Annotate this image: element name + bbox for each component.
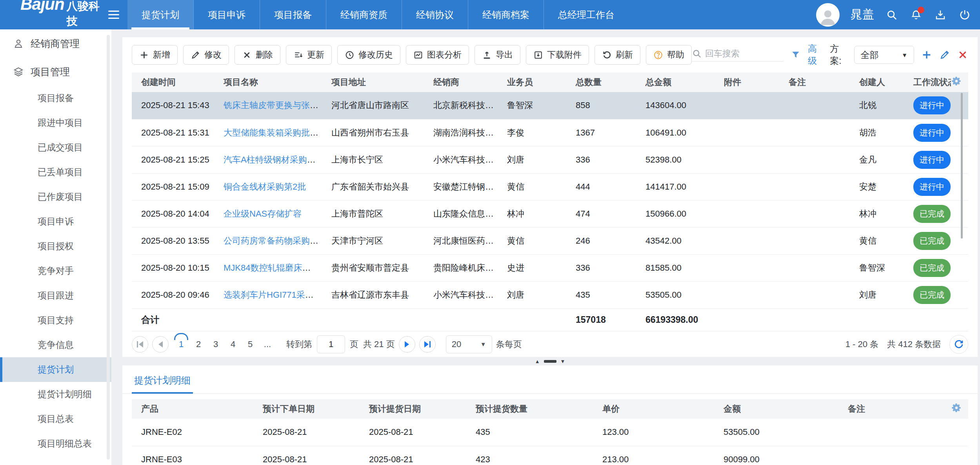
chart-icon	[413, 50, 423, 60]
sidebar-item[interactable]: 已丢单项目	[0, 160, 111, 185]
table-row[interactable]: 2025-08-20 09:46 选装刹车片HGI771采购第... 吉林省辽源…	[132, 281, 968, 308]
sidebar-item[interactable]: 项目申诉	[0, 209, 111, 234]
logout-power-icon[interactable]	[958, 8, 971, 22]
table-scrollbar[interactable]	[961, 93, 963, 239]
toolbar-button-label: 下载附件	[547, 49, 582, 61]
project-name-link[interactable]: MJK84数控轧辊磨床采购...	[224, 263, 322, 273]
page-number[interactable]: ...	[259, 337, 276, 352]
toolbar-button[interactable]: 导出	[475, 45, 520, 65]
goto-page-input[interactable]	[317, 335, 345, 353]
nav-tab[interactable]: 项目报备	[260, 0, 326, 29]
cell-address: 贵州省安顺市普定县	[322, 254, 424, 281]
toolbar-button[interactable]: 刷新	[595, 45, 640, 65]
download-center-icon[interactable]	[934, 8, 947, 22]
toolbar-button[interactable]: 更新	[286, 45, 332, 65]
advanced-search-link[interactable]: 高级	[808, 43, 823, 67]
sidebar-item[interactable]: 项目管理	[0, 58, 111, 86]
nav-tab[interactable]: 项目申诉	[193, 0, 260, 29]
delete-scheme-icon[interactable]	[957, 49, 968, 60]
sidebar-item[interactable]: 经销商管理	[0, 29, 111, 58]
detail-row[interactable]: JRNE-E02 2025-08-21 2025-08-21 435 123.0…	[132, 419, 968, 446]
sidebar-item[interactable]: 竞争对手	[0, 259, 111, 283]
table-row[interactable]: 2025-08-20 14:04 企业级NAS存储扩容 上海市普陀区 山东隆众信…	[132, 200, 968, 227]
project-name-link[interactable]: 汽车A柱特级钢材采购第1批	[224, 155, 322, 165]
menu-toggle-icon[interactable]	[100, 0, 127, 29]
toolbar-button[interactable]: 删除	[235, 45, 280, 65]
sidebar-item-label: 项目管理	[31, 65, 70, 78]
sidebar-item-label: 已丢单项目	[38, 166, 83, 178]
scheme-select[interactable]: 全部 ▼	[854, 46, 914, 64]
edit-scheme-icon[interactable]	[939, 49, 950, 60]
sidebar-item[interactable]: 项目跟进	[0, 283, 111, 308]
table-row[interactable]: 2025-08-21 15:43 铣床主轴皮带更换与张力... 河北省唐山市路南…	[132, 92, 968, 119]
toolbar-button[interactable]: 修改历史	[337, 45, 400, 65]
cell-attachment	[715, 119, 779, 146]
add-scheme-icon[interactable]	[921, 49, 932, 60]
cell-total-amount: 53505.00	[636, 281, 715, 308]
nav-tab[interactable]: 经销商资质	[326, 0, 402, 29]
sidebar-item[interactable]: 已作废项目	[0, 185, 111, 209]
splitter-drag-handle[interactable]	[544, 360, 556, 363]
user-avatar[interactable]	[816, 3, 840, 27]
grid-search	[692, 49, 784, 62]
project-name-link[interactable]: 选装刹车片HGI771采购第...	[224, 290, 322, 300]
toolbar-button[interactable]: 修改	[183, 45, 229, 65]
column-settings-gear-icon[interactable]	[951, 72, 968, 92]
sidebar-item[interactable]: 项目明细总表	[0, 431, 111, 456]
prev-page-button[interactable]	[152, 336, 169, 353]
nav-tab[interactable]: 经销商档案	[468, 0, 544, 29]
first-page-button[interactable]	[132, 336, 148, 353]
table-row[interactable]: 2025-08-21 15:31 大型储能集装箱采购批1批 山西省朔州市右玉县 …	[132, 119, 968, 146]
page-number[interactable]: 4	[224, 337, 242, 352]
user-name[interactable]: 晁盖	[851, 7, 874, 23]
toolbar-button[interactable]: 图表分析	[406, 45, 469, 65]
sidebar-item[interactable]: 竞争信息	[0, 333, 111, 357]
app-logo[interactable]: Bajun 八骏科技 Anyone,Anytime,Anywhere!	[0, 0, 100, 29]
project-name-link[interactable]: 大型储能集装箱采购批1批	[224, 128, 322, 138]
table-row[interactable]: 2025-08-20 10:15 MJK84数控轧辊磨床采购... 贵州省安顺市…	[132, 254, 968, 281]
refresh-grid-icon[interactable]	[949, 335, 968, 354]
sidebar-item[interactable]: 项目报备	[0, 86, 111, 110]
sidebar-item[interactable]: 项目总表	[0, 407, 111, 431]
project-name-link[interactable]: 铜合金线材采购第2批	[224, 182, 306, 192]
nav-tab[interactable]: 提货计划	[127, 0, 193, 29]
nav-tab[interactable]: 总经理工作台	[544, 0, 629, 29]
sidebar-item[interactable]: 项目授权	[0, 234, 111, 259]
project-name-link[interactable]: 公司药房常备药物采购第1批	[224, 236, 322, 246]
grid-search-input[interactable]	[705, 49, 784, 59]
toolbar-button[interactable]: 新增	[132, 45, 178, 65]
sidebar-item[interactable]: 提货计划	[0, 357, 111, 382]
filter-funnel-icon[interactable]	[791, 50, 801, 60]
page-number[interactable]: 2	[190, 337, 207, 352]
sidebar-scrollbar[interactable]	[107, 35, 110, 460]
detail-row[interactable]: JRNE-E03 2025-08-21 2025-08-21 423 213.0…	[132, 446, 968, 465]
cell-total-qty: 336	[566, 254, 636, 281]
sidebar-item[interactable]: 提货计划明细	[0, 382, 111, 407]
project-name-link[interactable]: 企业级NAS存储扩容	[224, 209, 302, 219]
page-number[interactable]: 3	[207, 337, 224, 352]
detail-column-settings-gear-icon[interactable]	[951, 399, 968, 419]
sidebar-item[interactable]: 已成交项目	[0, 135, 111, 160]
table-row[interactable]: 2025-08-21 15:09 铜合金线材采购第2批 广东省韶关市始兴县 安徽…	[132, 173, 968, 200]
toolbar-button[interactable]: 帮助	[646, 45, 692, 65]
page-number[interactable]: 5	[242, 337, 259, 352]
table-row[interactable]: 2025-08-20 13:55 公司药房常备药物采购第1批 天津市宁河区 河北…	[132, 227, 968, 254]
last-page-button[interactable]	[419, 336, 436, 353]
tab-pickup-plan-detail[interactable]: 提货计划明细	[132, 372, 193, 394]
sidebar-item-label: 项目报备	[38, 92, 74, 104]
goto-prefix: 转到第	[286, 338, 312, 350]
collapse-down-icon[interactable]: ▼	[560, 359, 565, 364]
notifications-bell-icon[interactable]	[909, 8, 923, 22]
search-icon[interactable]	[885, 8, 898, 22]
sidebar-item[interactable]: 跟进中项目	[0, 110, 111, 135]
next-page-button[interactable]	[399, 336, 415, 353]
page-number[interactable]: 1	[173, 337, 190, 352]
collapse-up-icon[interactable]: ▲	[535, 359, 540, 364]
workflow-status-badge: 进行中	[913, 151, 951, 169]
nav-tab[interactable]: 经销协议	[402, 0, 468, 29]
table-row[interactable]: 2025-08-21 15:25 汽车A柱特级钢材采购第1批 上海市长宁区 小米…	[132, 146, 968, 173]
sidebar-item[interactable]: 项目支持	[0, 308, 111, 333]
page-size-select[interactable]: 20 ▼	[446, 335, 492, 353]
project-name-link[interactable]: 铣床主轴皮带更换与张力...	[224, 100, 322, 110]
toolbar-button[interactable]: 下载附件	[526, 45, 589, 65]
